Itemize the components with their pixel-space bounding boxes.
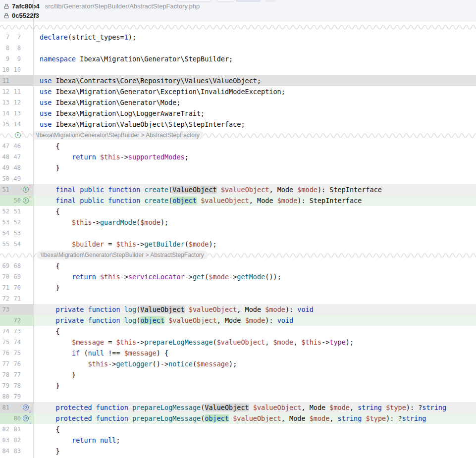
code-line-text[interactable]: return $this->supportedModes; [33,152,476,162]
code-token [164,316,168,324]
code-token: ( [185,240,189,248]
revision-header: 7afc80b4 src/lib/Generator/StepBuilder/A… [0,0,476,22]
code-token: Ibexa\Migration\ValueObject\Step\StepInt… [52,120,245,128]
code-line-text[interactable]: namespace Ibexa\Migration\Generator\Step… [33,53,476,64]
code-token: ); [229,360,237,368]
line-number-old: 48 [1,152,9,162]
code-line-text[interactable]: use Ibexa\Migration\Generator\Exception\… [33,86,476,97]
code-line-text[interactable]: { [33,141,476,152]
diff-line: 77declare(strict_types=1); [0,32,476,43]
code-token: $mode [265,305,285,313]
code-line-text[interactable]: protected function prepareLogMessage(Val… [33,402,476,413]
code-line-text[interactable]: $builder = $this->getBuilder($mode); [33,239,476,250]
code-line-text[interactable]: } [33,446,476,457]
line-gutter: 80O↓ [0,413,33,424]
collapsed-region-separator[interactable] [0,22,476,32]
collapsed-region-separator[interactable]: \Ibexa\Migration\Generator\StepBuilder >… [0,250,476,260]
code-line-text[interactable]: final public function create(ValueObject… [33,184,476,195]
line-gutter: 7675 [0,348,33,358]
code-line-text[interactable] [33,293,476,304]
code-line-text[interactable]: } [33,380,476,391]
code-line-text[interactable]: { [33,326,476,337]
code-line-text[interactable]: final public function create(object $val… [33,195,476,206]
code-token: $message [72,338,104,346]
breadcrumb-pill[interactable]: \Ibexa\Migration\Generator\StepBuilder >… [32,131,204,140]
code-line-text[interactable]: use Ibexa\Contracts\Core\Repository\Valu… [33,75,476,86]
line-gutter: 1413 [0,108,33,119]
code-line-text[interactable] [33,64,476,75]
line-number-old: 73 [1,304,9,315]
code-token: -> [321,338,329,346]
code-line-text[interactable] [33,43,476,53]
line-gutter: 8382 [0,435,33,446]
code-token: ( [193,360,197,368]
code-line-text[interactable] [33,173,476,184]
code-line-text[interactable]: { [33,424,476,435]
breadcrumb-pill[interactable]: \Ibexa\Migration\Generator\StepBuilder >… [37,251,208,259]
code-token: declare [40,33,68,41]
code-line-text[interactable]: } [33,369,476,380]
diff-line: 1413use Ibexa\Migration\Log\LoggerAwareT… [0,108,476,119]
code-line-text[interactable]: } [33,162,476,173]
cutoff-toolbar-element [265,0,276,2]
line-number-new: 53 [12,228,21,239]
code-line-text[interactable]: use Ibexa\Migration\Generator\Mode; [33,97,476,108]
code-line-text[interactable]: $this->getLogger()->notice($message); [33,358,476,369]
line-number-new: 79 [12,391,21,402]
diff-line: 1211use Ibexa\Migration\Generator\Except… [0,86,476,97]
code-token: return [72,436,96,444]
code-line-text[interactable]: declare(strict_types=1); [33,32,476,43]
code-token: $valueObject [217,338,265,346]
implements-method-icon[interactable]: I↑ [23,198,29,204]
code-line-text[interactable]: protected function prepareLogMessage(obj… [33,413,476,424]
code-line-text[interactable]: use Ibexa\Migration\Log\LoggerAwareTrait… [33,108,476,119]
code-line-text[interactable]: return null; [33,435,476,446]
code-line-text[interactable]: $message = $this->prepareLogMessage($val… [33,337,476,348]
code-line-text[interactable]: $this->guardMode($mode); [33,217,476,228]
line-number-new: 74 [12,337,21,348]
diff-line: 7776 $this->getLogger()->notice($message… [0,358,476,369]
code-token: $valueObject [168,316,217,324]
code-line-text[interactable] [33,228,476,239]
code-line-text[interactable]: { [33,206,476,217]
code-line-text[interactable]: { [33,260,476,271]
implements-method-icon[interactable]: I↑ [23,187,29,193]
code-line-text[interactable]: use Ibexa\Migration\ValueObject\Step\Ste… [33,119,476,130]
code-token: $mode [277,197,298,204]
code-token: function [108,197,140,204]
diff-line: 7170 } [0,282,476,293]
code-token: , Mode [281,414,310,422]
code-token: } [40,371,76,379]
collapsed-region-separator[interactable]: I↑\Ibexa\Migration\Generator\StepBuilder… [0,130,476,141]
diff-line: 5554 $builder = $this->getBuilder($mode)… [0,239,476,250]
code-line-text[interactable]: private function log(ValueObject $valueO… [33,304,476,315]
code-token: Ibexa\Migration\Generator\StepBuilder; [76,55,233,63]
code-token: prepareLogMessage [132,414,201,422]
implements-method-icon-ring: I [23,187,29,193]
implements-method-icon[interactable]: I↑ [15,132,21,139]
overridden-method-icon[interactable]: O↓ [23,415,29,422]
diff-line: 1010 [0,64,476,75]
code-line-text[interactable]: } [33,282,476,293]
code-token: log [124,316,136,324]
diff-line: 4948 } [0,162,476,173]
line-number-new: 50 [12,195,21,206]
implements-method-icon-ring: I [23,198,29,204]
code-token: , Mode [217,316,245,324]
code-line-text[interactable]: return $this->serviceLocator->get($mode-… [33,271,476,282]
code-line-text[interactable] [33,391,476,402]
code-token [40,316,56,324]
code-token: = [104,338,116,346]
code-line-text[interactable]: private function log(object $valueObject… [33,315,476,326]
code-token: , [293,338,301,346]
line-number-old: 15 [1,119,9,130]
code-token: $message [124,349,157,357]
code-token: $valueObject [233,414,281,422]
code-token: } [40,447,60,455]
code-token: ( [80,349,88,357]
code-line-text[interactable]: if (null !== $message) { [33,348,476,358]
line-number-old: 72 [1,293,9,304]
overridden-method-icon[interactable]: O↓ [23,405,29,411]
code-token: return [72,153,96,161]
line-gutter: 72 [0,315,33,326]
